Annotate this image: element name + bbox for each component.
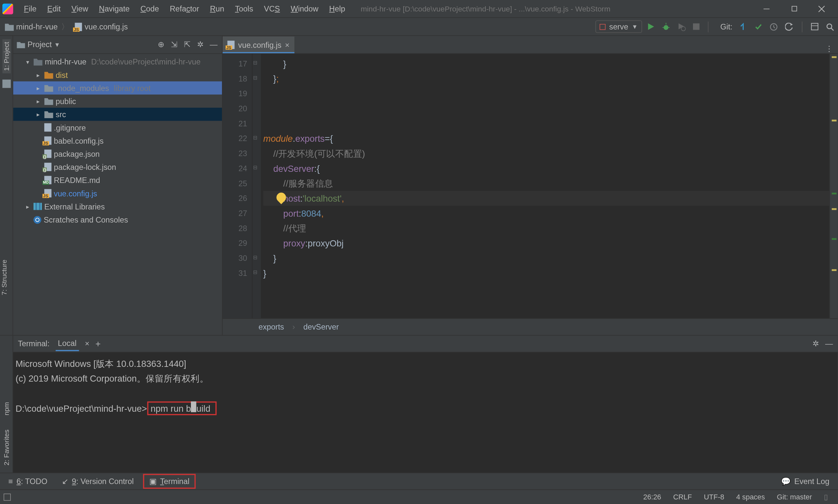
tree-twist-icon[interactable]: ▸ (35, 111, 42, 118)
menu-navigate[interactable]: Navigate (94, 2, 135, 15)
terminal-tab[interactable]: Local (56, 336, 79, 351)
code-line[interactable]: //开发环境(可以不配置) (263, 146, 829, 161)
code-line[interactable]: port:8084, (263, 206, 829, 221)
tree-node[interactable]: ▸public (13, 94, 222, 108)
tree-node[interactable]: ▸node_moduleslibrary root (13, 82, 222, 94)
line-separator[interactable]: CRLF (667, 492, 698, 501)
code-line[interactable]: } (263, 266, 829, 281)
error-stripe[interactable] (830, 54, 838, 319)
new-terminal-tab-icon[interactable]: + (95, 339, 101, 349)
tree-twist-icon[interactable]: ▸ (35, 98, 42, 104)
bookmarks-icon[interactable] (2, 79, 11, 88)
event-log-button[interactable]: 💬Event Log (777, 477, 834, 486)
tab-actions-icon[interactable]: ⋮ (820, 44, 838, 53)
terminal-output[interactable]: Microsoft Windows [版本 10.0.18363.1440](c… (13, 353, 838, 472)
fold-toggle-icon[interactable]: ⊟ (253, 134, 258, 140)
memory-indicator[interactable]: ▯ (818, 492, 834, 501)
indent-settings[interactable]: 4 spaces (730, 492, 771, 501)
run-button[interactable] (647, 22, 655, 31)
menu-view[interactable]: View (67, 2, 93, 15)
git-update-button[interactable] (739, 22, 747, 31)
tree-node[interactable]: README.md (13, 174, 222, 186)
code-editor[interactable]: } }; module.exports={ //开发环境(可以不配置) devS… (261, 54, 830, 319)
minimize-button[interactable] (753, 0, 780, 18)
project-tree[interactable]: ▾mind-hr-vueD:\code\vueProject\mind-hr-v… (13, 54, 222, 335)
tree-node[interactable]: ▸External Libraries (13, 200, 222, 213)
file-encoding[interactable]: UTF-8 (698, 492, 730, 501)
code-line[interactable]: //代理 (263, 221, 829, 236)
menu-tools[interactable]: Tools (230, 2, 258, 15)
structure-tool-button[interactable]: 7: Structure (0, 257, 8, 298)
menu-vcs[interactable]: VCS (259, 2, 285, 15)
status-icon[interactable] (4, 493, 11, 500)
ide-settings-button[interactable] (811, 22, 819, 31)
menu-edit[interactable]: Edit (42, 2, 66, 15)
menu-code[interactable]: Code (136, 2, 164, 15)
breadcrumb-file[interactable]: vue.config.js (73, 21, 130, 32)
close-button[interactable] (808, 0, 835, 18)
toolwindow-button-terminal[interactable]: ▣Terminal (143, 474, 195, 489)
breadcrumb-item[interactable]: exports (258, 322, 284, 331)
stop-button[interactable] (693, 23, 699, 30)
close-tab-icon[interactable]: × (285, 40, 290, 49)
project-tool-button[interactable]: 1: Project (2, 40, 11, 73)
breadcrumb-root[interactable]: mind-hr-vue 〉 (2, 20, 73, 33)
tree-node[interactable]: package.json (13, 147, 222, 160)
menu-run[interactable]: Run (205, 2, 229, 15)
editor-tab[interactable]: vue.config.js × (222, 37, 294, 53)
editor-breadcrumbs[interactable]: exports › devServer (222, 318, 838, 335)
fold-toggle-icon[interactable]: ⊟ (253, 75, 258, 81)
tree-node[interactable]: Scratches and Consoles (13, 213, 222, 226)
fold-toggle-icon[interactable]: ⊟ (253, 60, 258, 66)
toolwindow-button-todo[interactable]: ≡6: TODO (4, 475, 52, 487)
git-history-button[interactable] (770, 22, 778, 31)
git-revert-button[interactable] (785, 22, 794, 31)
tree-twist-icon[interactable]: ▸ (24, 203, 31, 210)
fold-toggle-icon[interactable]: ⊟ (253, 254, 258, 260)
fold-gutter[interactable]: ⊟⊟⊟⊟⊟⊟ (252, 54, 261, 319)
tree-node[interactable]: ▾mind-hr-vueD:\code\vueProject\mind-hr-v… (13, 55, 222, 68)
run-with-coverage-button[interactable] (677, 22, 686, 31)
fold-toggle-icon[interactable]: ⊟ (253, 269, 258, 275)
search-everywhere-button[interactable] (826, 22, 834, 31)
breadcrumb-item[interactable]: devServer (303, 322, 339, 331)
code-line[interactable] (263, 101, 829, 116)
code-line[interactable]: module.exports={ (263, 131, 829, 146)
maximize-button[interactable] (780, 0, 808, 18)
expand-all-icon[interactable]: ⇲ (169, 40, 179, 50)
code-line[interactable]: proxy:proxyObj (263, 236, 829, 251)
project-view-selector[interactable]: Project ▼ (17, 40, 60, 49)
code-line[interactable]: devServer:{ (263, 161, 829, 176)
tree-node[interactable]: ▸dist (13, 68, 222, 81)
code-line[interactable]: } (263, 56, 829, 71)
code-line[interactable]: }; (263, 71, 829, 86)
hide-terminal-icon[interactable]: — (825, 339, 833, 348)
menu-help[interactable]: Help (324, 2, 350, 15)
hide-icon[interactable]: — (209, 40, 218, 50)
code-line[interactable]: //服务器信息 (263, 176, 829, 191)
tree-node[interactable]: ▸src (13, 108, 222, 121)
tree-twist-icon[interactable]: ▾ (24, 58, 31, 65)
menu-window[interactable]: Window (286, 2, 323, 15)
code-line[interactable] (263, 86, 829, 101)
close-terminal-tab-icon[interactable]: × (85, 339, 89, 348)
settings-icon[interactable]: ✲ (196, 40, 205, 50)
menu-file[interactable]: File (19, 2, 41, 15)
code-line[interactable]: } (263, 251, 829, 266)
code-line[interactable]: host:'localhost', (263, 191, 829, 206)
caret-position[interactable]: 26:26 (637, 492, 667, 501)
debug-button[interactable] (662, 22, 670, 31)
locate-icon[interactable]: ⊕ (156, 40, 166, 50)
npm-tool-button[interactable]: npm (2, 399, 11, 418)
tree-node[interactable]: package-lock.json (13, 160, 222, 174)
git-commit-button[interactable] (754, 22, 762, 31)
favorites-tool-button[interactable]: 2: Favorites (2, 427, 11, 468)
terminal-settings-icon[interactable]: ✲ (813, 339, 819, 348)
code-line[interactable] (263, 116, 829, 131)
tree-node[interactable]: .gitignore (13, 121, 222, 134)
run-configuration-selector[interactable]: serve ▼ (595, 20, 642, 33)
git-branch[interactable]: Git: master (771, 492, 818, 501)
fold-toggle-icon[interactable]: ⊟ (253, 165, 258, 170)
tree-node[interactable]: babel.config.js (13, 134, 222, 147)
tree-twist-icon[interactable]: ▸ (35, 85, 42, 91)
